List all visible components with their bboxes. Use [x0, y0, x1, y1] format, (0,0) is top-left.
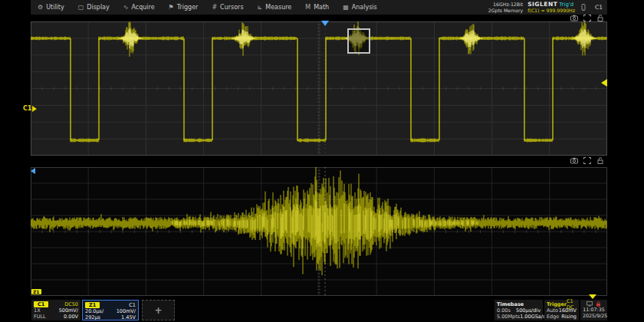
trigger-position-indicator[interactable]: [321, 21, 329, 26]
zoom1-delay: 292µs: [85, 314, 100, 320]
menu-measure[interactable]: ⊾Measure: [251, 0, 299, 15]
system-info: 16GHz-12Bit 2Gpts Memory: [488, 2, 523, 14]
add-channel-button[interactable]: +: [142, 300, 175, 320]
descriptor-bar: C1 DC50 1X500mV/ FULL0.00V Z1 C1 20.0µs/…: [31, 299, 607, 322]
zoom1-offset: 1.45V: [121, 314, 136, 320]
channel1-badge: C1: [34, 301, 48, 307]
camera-icon[interactable]: [570, 157, 578, 164]
right-triangle-icon: [32, 106, 37, 112]
zoom-waveform: [31, 167, 607, 296]
trigger-slope: Rising: [561, 314, 577, 320]
channel1-offset: 0.00V: [64, 314, 78, 320]
channel-selector-button[interactable]: C1: [592, 4, 606, 11]
wave-icon: ∿: [123, 4, 129, 11]
clock-panel: 11:07:35 2025/9/25: [580, 300, 607, 320]
channel1-descriptor[interactable]: C1 DC50 1X500mV/ FULL0.00V: [31, 300, 80, 320]
oscilloscope-ui: ⚙Utility ▢Display ∿Acquire ⚑Trigger #Cur…: [0, 0, 644, 322]
timebase-points: 5.00Mpts: [497, 314, 520, 320]
analysis-icon: ▦: [343, 4, 349, 11]
channel-offset-marker[interactable]: C1: [23, 105, 37, 112]
menu-trigger-label: Trigger: [177, 4, 199, 11]
phone-icon[interactable]: [580, 4, 587, 11]
camera-icon[interactable]: [570, 15, 578, 21]
system-bandwidth: 16GHz-12Bit: [488, 2, 523, 8]
network-icon: [586, 301, 593, 307]
display-icon: ▢: [78, 4, 84, 11]
menu-math[interactable]: MMath: [298, 0, 336, 15]
timebase-samplerate: 1.00GSa/s: [520, 314, 545, 320]
clock-date: 2025/9/25: [583, 313, 605, 319]
expand-icon[interactable]: [583, 15, 591, 21]
zoom-waveform-grid[interactable]: Z1: [31, 167, 607, 296]
channel1-bandwidth: FULL: [34, 314, 46, 320]
main-waveform-grid[interactable]: C1: [31, 21, 607, 156]
measure-icon: ⊾: [258, 4, 263, 11]
trigger-mode: Auto: [547, 307, 558, 314]
frequency-counter: f(C1) = 999.9990Hz: [527, 8, 575, 14]
clock-time: 11:07:35: [583, 307, 605, 313]
plus-icon: +: [154, 305, 162, 316]
zoom1-scale: 100mV/: [117, 308, 136, 314]
menu-cursors[interactable]: #Cursors: [205, 0, 250, 15]
menu-measure-label: Measure: [265, 4, 291, 11]
trigger-type: Edge: [547, 314, 559, 320]
menu-utility-label: Utility: [46, 4, 64, 11]
expand-icon[interactable]: [583, 157, 591, 164]
flag-icon: ⚑: [169, 4, 174, 11]
timebase-panel[interactable]: Timebase 0.00s500µs/div 5.00Mpts1.00GSa/…: [495, 300, 543, 320]
trigger-panel[interactable]: Trigger C1 DC Auto160mV EdgeRising: [544, 300, 579, 320]
zoom1-source: C1: [129, 302, 136, 308]
security-lock-icon: [596, 301, 601, 307]
menu-bar: ⚙Utility ▢Display ∿Acquire ⚑Trigger #Cur…: [31, 0, 607, 15]
zoom1-badge: Z1: [85, 302, 100, 308]
menu-display-label: Display: [87, 4, 110, 11]
zoom1-timescale: 20.0µs/: [85, 308, 104, 314]
zoom1-descriptor[interactable]: Z1 C1 20.0µs/100mV/ 292µs1.45V: [82, 300, 139, 320]
grid2-toolbar: [570, 157, 604, 164]
menu-acquire[interactable]: ∿Acquire: [117, 0, 162, 15]
gear-icon: ⚙: [38, 4, 43, 11]
trigger-status-badge: Trig'd: [559, 2, 573, 8]
math-icon: M: [305, 4, 310, 11]
menu-cursors-label: Cursors: [220, 4, 243, 11]
menu-utility[interactable]: ⚙Utility: [31, 0, 71, 15]
trigger-level: 160mV: [559, 307, 577, 314]
menu-acquire-label: Acquire: [131, 4, 154, 11]
main-waveform: [31, 21, 607, 156]
timebase-scale: 500µs/div: [516, 307, 540, 314]
timebase-delay: 0.00s: [497, 307, 511, 314]
lock-icon[interactable]: [596, 157, 604, 164]
menu-math-label: Math: [314, 4, 329, 11]
menu-trigger[interactable]: ⚑Trigger: [162, 0, 205, 15]
timebase-title: Timebase: [497, 301, 524, 307]
cursors-icon: #: [212, 4, 217, 11]
zoom-window[interactable]: [347, 28, 370, 54]
channel1-coupling: DC50: [64, 301, 78, 307]
trigger-title: Trigger: [547, 301, 567, 307]
channel-offset-label: C1: [23, 105, 31, 112]
system-memory: 2Gpts Memory: [488, 8, 523, 14]
lock-icon[interactable]: [596, 15, 604, 21]
zoom-offset-marker[interactable]: [31, 168, 35, 174]
menu-analysis[interactable]: ▦Analysis: [336, 0, 384, 15]
z1-badge: Z1: [31, 289, 41, 294]
menu-display[interactable]: ▢Display: [71, 0, 117, 15]
menu-analysis-label: Analysis: [352, 4, 377, 11]
channel1-scale: 500mV/: [59, 307, 78, 314]
brand-logo: SIGLENT: [527, 2, 557, 8]
trigger-level-indicator[interactable]: [601, 79, 607, 87]
grid1-toolbar: [570, 15, 604, 21]
channel1-probe: 1X: [34, 307, 41, 314]
scope-display: ⚙Utility ▢Display ∿Acquire ⚑Trigger #Cur…: [31, 0, 607, 322]
